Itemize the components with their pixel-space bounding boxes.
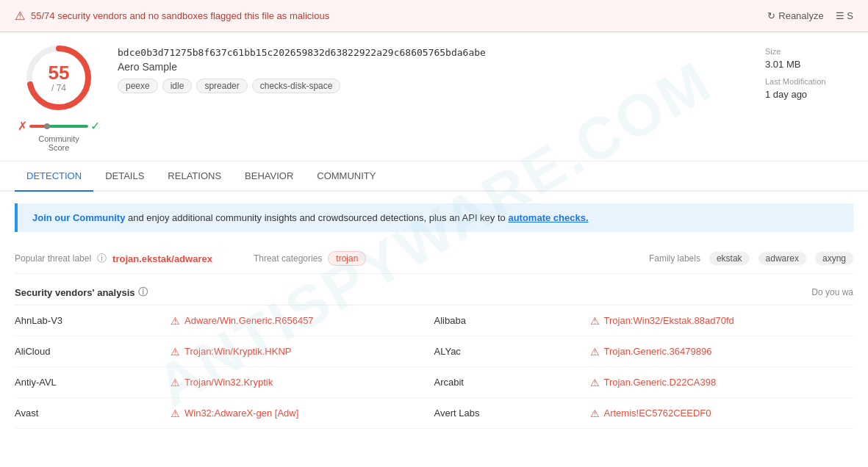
size-value: 3.01 MB — [765, 59, 800, 70]
detect-icon-right: ⚠ — [590, 315, 600, 327]
detect-icon-right: ⚠ — [590, 377, 600, 388]
file-tag: spreader — [196, 79, 247, 93]
last-mod-label: Last Modification — [765, 77, 826, 86]
family-label: Family labels — [649, 253, 700, 264]
file-name: Aero Sample — [118, 61, 750, 73]
tab-detection[interactable]: DETECTION — [15, 162, 93, 192]
vendors-header: Security vendors' analysis ⓘ Do you wa — [15, 280, 853, 305]
file-hash: bdce0b3d71275b8f637c61bb15c202659832d638… — [118, 47, 750, 58]
last-mod-value: 1 day ago — [765, 89, 807, 100]
vendor-name-left: AliCloud — [15, 340, 162, 363]
tab-community[interactable]: COMMUNITY — [305, 162, 387, 192]
vendor-name-left: AhnLab-V3 — [15, 309, 162, 332]
size-label: Size — [765, 47, 781, 56]
vendor-name-right: Avert Labs — [434, 402, 581, 424]
warning-icon: ⚠ — [15, 9, 25, 23]
family-badge: ekstak — [709, 252, 750, 265]
file-tags: peexeidlespreaderchecks-disk-space — [118, 79, 750, 93]
vendors-section: Security vendors' analysis ⓘ Do you wa A… — [15, 280, 853, 429]
detect-icon-right: ⚠ — [590, 346, 600, 358]
vendor-detection-left: ⚠ Trojan:Win/Kryptik.HKNP — [162, 340, 434, 363]
score-number: 55 — [49, 62, 70, 84]
file-info: bdce0b3d71275b8f637c61bb15c202659832d638… — [118, 41, 750, 102]
vendor-detection-right: ⚠ Trojan:Win32/Ekstak.88ad70fd — [581, 309, 854, 333]
vendor-row: Avast ⚠ Win32:AdwareX-gen [Adw] Avert La… — [15, 398, 853, 429]
automate-checks-link[interactable]: automate checks. — [508, 212, 588, 223]
banner-text: 55/74 security vendors and no sandboxes … — [31, 10, 329, 21]
family-badge: adwarex — [758, 252, 806, 265]
vendor-detection-right: ⚠ Artemis!EC5762CEEDF0 — [581, 402, 854, 425]
vendor-row: AhnLab-V3 ⚠ Adware/Win.Generic.R656457 A… — [15, 305, 853, 336]
circle-text: 55 / 74 — [49, 62, 70, 93]
more-button[interactable]: ☰ S — [836, 10, 853, 21]
score-icons-row: ✗ ✓ — [15, 119, 103, 133]
file-tag: checks-disk-space — [252, 79, 341, 93]
vendor-detection-right: ⚠ Trojan.Generic.D22CA398 — [581, 371, 854, 394]
tab-relations[interactable]: RELATIONS — [156, 162, 233, 192]
popular-label: Popular threat label — [15, 253, 91, 264]
vendor-name-left: Avast — [15, 402, 162, 424]
community-banner: Join our Community and enjoy additional … — [15, 203, 853, 232]
vendors-info-icon[interactable]: ⓘ — [138, 286, 148, 299]
family-badge: axyng — [815, 252, 853, 265]
tabs-bar: DETECTIONDETAILSRELATIONSBEHAVIORCOMMUNI… — [0, 162, 868, 192]
community-score-label: CommunityScore — [38, 134, 79, 152]
file-tag: peexe — [118, 79, 158, 93]
join-community-link[interactable]: Join our Community — [32, 212, 125, 223]
vendor-name-right: ALYac — [434, 340, 581, 363]
score-container: 55 / 74 ✗ ✓ CommunityScore — [15, 41, 103, 161]
score-denom: / 74 — [49, 84, 70, 93]
vendor-detection-left: ⚠ Adware/Win.Generic.R656457 — [162, 309, 434, 333]
banner-right: ↻ Reanalyze ☰ S — [767, 10, 853, 21]
popular-value: trojan.ekstak/adwarex — [112, 253, 212, 264]
popular-info-icon[interactable]: ⓘ — [97, 252, 107, 265]
detect-icon-left: ⚠ — [171, 315, 180, 327]
score-bar — [29, 125, 88, 128]
vendor-name-right: Alibaba — [434, 309, 581, 332]
tab-details[interactable]: DETAILS — [93, 162, 156, 192]
banner-left: ⚠ 55/74 security vendors and no sandboxe… — [15, 9, 329, 23]
reanalyze-button[interactable]: ↻ Reanalyze — [767, 10, 823, 21]
categories-label: Threat categories — [254, 253, 322, 264]
file-meta: Size 3.01 MB Last Modification 1 day ago — [765, 41, 853, 109]
threat-row: Popular threat label ⓘ trojan.ekstak/adw… — [15, 244, 853, 274]
detect-icon-right: ⚠ — [590, 408, 600, 419]
vendor-name-right: Arcabit — [434, 371, 581, 394]
detect-icon-left: ⚠ — [171, 377, 180, 388]
popular-label-section: Popular threat label ⓘ trojan.ekstak/adw… — [15, 252, 212, 265]
top-banner: ⚠ 55/74 security vendors and no sandboxe… — [0, 0, 868, 32]
detect-icon-left: ⚠ — [171, 346, 180, 358]
tab-behavior[interactable]: BEHAVIOR — [233, 162, 305, 192]
reanalyze-label: Reanalyze — [778, 10, 823, 21]
vendors-title-text: Security vendors' analysis — [15, 287, 135, 298]
score-bar-thumb — [44, 123, 50, 129]
vendor-row: Antiy-AVL ⚠ Trojan/Win32.Kryptik Arcabit… — [15, 367, 853, 398]
vendor-detection-right: ⚠ Trojan.Generic.36479896 — [581, 340, 854, 363]
vendor-detection-left: ⚠ Win32:AdwareX-gen [Adw] — [162, 402, 434, 425]
vendor-detection-left: ⚠ Trojan/Win32.Kryptik — [162, 371, 434, 394]
file-tag: idle — [162, 79, 193, 93]
detect-icon-left: ⚠ — [171, 408, 180, 419]
vendors-title: Security vendors' analysis ⓘ — [15, 286, 148, 299]
vendor-row: AliCloud ⚠ Trojan:Win/Kryptik.HKNP ALYac… — [15, 336, 853, 367]
refresh-icon: ↻ — [767, 10, 775, 21]
score-negative-icon[interactable]: ✗ — [18, 119, 27, 133]
banner-middle-text: and enjoy additional community insights … — [125, 212, 508, 223]
category-badge: trojan — [328, 251, 366, 266]
community-score-area: ✗ ✓ CommunityScore — [15, 119, 103, 152]
vendor-name-left: Antiy-AVL — [15, 371, 162, 394]
header-area: 55 / 74 ✗ ✓ CommunityScore bdce0b3d71275… — [0, 32, 868, 162]
score-circle: 55 / 74 — [22, 41, 96, 115]
score-positive-icon[interactable]: ✓ — [90, 119, 100, 133]
vendors-do-you-text: Do you wa — [811, 287, 853, 297]
detection-content: Popular threat label ⓘ trojan.ekstak/adw… — [0, 244, 868, 429]
family-section: Family labels ekstakadwarexaxyng — [649, 252, 853, 265]
categories-section: Threat categories trojan — [254, 251, 366, 266]
